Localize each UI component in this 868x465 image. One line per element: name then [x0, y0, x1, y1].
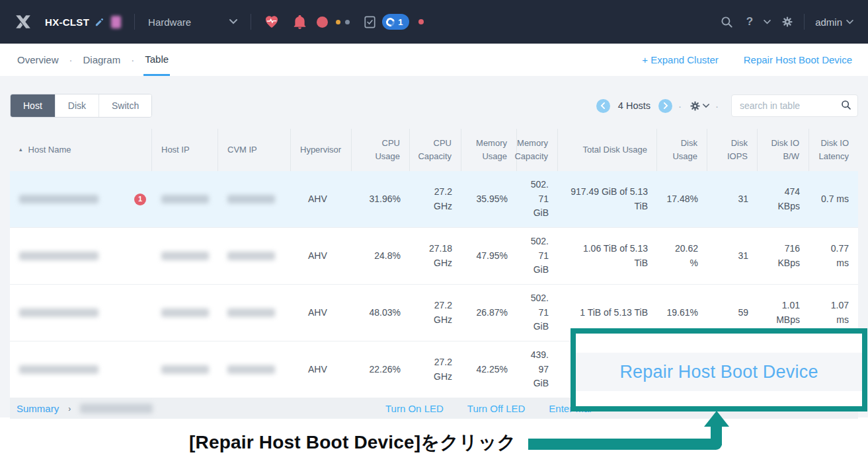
sort-asc-icon: ▴ — [19, 145, 22, 155]
divider — [134, 14, 135, 30]
cluster-name[interactable]: HX-CLST — [45, 17, 89, 28]
table-toolbar: Host Disk Switch 4 Hosts · · — [0, 76, 868, 118]
summary-breadcrumb-link[interactable]: Summary — [17, 403, 59, 414]
edit-cluster-icon[interactable] — [95, 17, 104, 27]
cell-hypervisor: AHV — [291, 341, 352, 398]
divider — [251, 14, 251, 30]
cell-cpu-usage: 31.96% — [352, 171, 410, 227]
user-menu-dropdown[interactable]: admin — [815, 17, 853, 28]
cell-host-name — [10, 228, 152, 284]
search-icon[interactable] — [841, 100, 851, 113]
divider — [804, 14, 805, 30]
column-header-host-ip[interactable]: Host IP — [152, 129, 218, 171]
column-header-cpu-capacity[interactable]: CPU Capacity — [410, 129, 461, 171]
turn-on-led-action[interactable]: Turn On LED — [385, 403, 444, 414]
cell-disk-usage: 17.48% — [657, 171, 707, 227]
repair-host-boot-device-callout: Repair Host Boot Device — [571, 328, 867, 411]
cell-memory-capacity: 502.71 GiB — [517, 285, 558, 341]
cell-cpu-capacity: 27.2 GHz — [410, 285, 461, 341]
instruction-caption: [Repair Host Boot Device]をクリック — [189, 430, 516, 455]
blurred-selected-host-name — [80, 404, 153, 413]
column-header-host-name[interactable]: ▴ Host Name — [10, 129, 152, 171]
tab-diagram[interactable]: Diagram — [82, 44, 122, 76]
username-label: admin — [815, 17, 842, 28]
cell-disk-usage: 20.62 % — [657, 228, 707, 284]
entity-tab-host[interactable]: Host — [11, 94, 55, 117]
chevron-down-icon — [846, 20, 853, 24]
column-header-hypervisor[interactable]: Hypervisor — [291, 129, 352, 171]
cell-host-ip — [152, 285, 218, 341]
cell-memory-usage: 35.95% — [461, 171, 517, 227]
cell-total-disk-usage: 917.49 GiB of 5.13 TiB — [558, 171, 657, 227]
callout-arrow-horizontal — [528, 439, 722, 450]
cell-cpu-usage: 22.26% — [352, 341, 410, 398]
critical-alerts-dot[interactable] — [317, 17, 328, 28]
cell-memory-usage: 47.95% — [461, 228, 517, 284]
callout-arrow-vertical — [711, 425, 722, 445]
cell-cvm-ip — [218, 285, 291, 341]
cell-disk-io-latency: 0.77 ms — [809, 228, 858, 284]
main-menu-label: Hardware — [148, 17, 191, 28]
chevron-down-icon — [703, 104, 709, 108]
entity-tab-disk[interactable]: Disk — [55, 94, 99, 117]
cell-memory-usage: 42.25% — [461, 341, 517, 398]
cell-hypervisor: AHV — [291, 228, 352, 284]
column-header-total-disk-usage[interactable]: Total Disk Usage — [558, 129, 657, 171]
notification-dot — [418, 19, 424, 24]
cell-memory-usage: 26.87% — [461, 285, 517, 341]
column-header-disk-usage[interactable]: Disk Usage — [657, 129, 707, 171]
table-row-host-2[interactable]: AHV 24.8% 27.18 GHz 47.95% 502.71 GiB 1.… — [10, 228, 858, 285]
tab-separator: · — [131, 44, 134, 76]
pagination-count-label: 4 Hosts — [618, 100, 651, 111]
nutanix-logo-icon[interactable] — [15, 13, 32, 30]
cell-cvm-ip — [218, 228, 291, 284]
table-settings-dropdown[interactable] — [688, 100, 709, 112]
cell-disk-iops: 31 — [707, 171, 758, 227]
column-header-memory-capacity[interactable]: Memory Capacity — [517, 129, 558, 171]
cell-memory-capacity: 502.71 GiB — [517, 228, 558, 284]
cell-cpu-usage: 24.8% — [352, 228, 410, 284]
prev-page-button[interactable] — [596, 99, 610, 113]
callout-arrow-head-icon — [704, 411, 729, 427]
repair-host-boot-device-link[interactable]: Repair Host Boot Device — [744, 54, 852, 65]
cell-total-disk-usage: 1.06 TiB of 5.13 TiB — [558, 228, 657, 284]
table-header-row: ▴ Host Name Host IP CVM IP Hypervisor CP… — [10, 129, 858, 171]
context-menu-item-row: Repair Host Boot Device — [576, 353, 862, 391]
help-icon[interactable]: ? — [746, 15, 753, 28]
alert-count-badge[interactable]: 1 — [134, 194, 146, 205]
column-header-memory-usage[interactable]: Memory Usage — [461, 129, 517, 171]
cell-host-name — [10, 341, 152, 398]
chevron-down-icon[interactable] — [764, 20, 771, 24]
table-search-input[interactable] — [731, 94, 858, 117]
entity-tab-switch[interactable]: Switch — [99, 94, 151, 117]
repair-host-boot-device-menu-item[interactable]: Repair Host Boot Device — [619, 362, 818, 382]
column-header-disk-iops[interactable]: Disk IOPS — [707, 129, 758, 171]
column-header-cpu-usage[interactable]: CPU Usage — [352, 129, 410, 171]
cell-disk-io-latency: 0.7 ms — [809, 171, 858, 227]
expand-cluster-link[interactable]: + Expand Cluster — [642, 54, 718, 65]
cell-cpu-usage: 48.03% — [352, 285, 410, 341]
alerts-bell-icon[interactable] — [294, 15, 306, 29]
turn-off-led-action[interactable]: Turn Off LED — [467, 403, 526, 414]
cell-host-ip — [152, 171, 218, 227]
next-page-button[interactable] — [658, 99, 672, 113]
tab-separator: · — [69, 44, 73, 76]
column-header-disk-io-bw[interactable]: Disk IO B/W — [758, 129, 809, 171]
dot-separator: · — [715, 100, 719, 112]
chevron-down-icon — [229, 19, 237, 24]
table-row-host-1[interactable]: 1 AHV 31.96% 27.2 GHz 35.95% 502.71 GiB … — [10, 171, 858, 228]
global-search-icon[interactable] — [721, 16, 733, 28]
health-heart-icon[interactable] — [264, 15, 279, 28]
main-menu-dropdown[interactable]: Hardware — [148, 17, 237, 28]
column-header-cvm-ip[interactable]: CVM IP — [218, 129, 291, 171]
column-header-disk-io-latency[interactable]: Disk IO Latency — [809, 129, 858, 171]
tasks-checklist-icon[interactable] — [364, 16, 375, 28]
cell-host-name — [10, 285, 152, 341]
tasks-progress-badge[interactable]: 1 — [382, 14, 409, 30]
dot-separator: · — [678, 100, 682, 112]
app-root: HX-CLST Hardware — [0, 0, 868, 465]
blurred-host-name — [19, 195, 99, 203]
tab-overview[interactable]: Overview — [16, 44, 60, 76]
settings-gear-icon[interactable] — [781, 16, 793, 28]
tab-table[interactable]: Table — [143, 44, 170, 76]
